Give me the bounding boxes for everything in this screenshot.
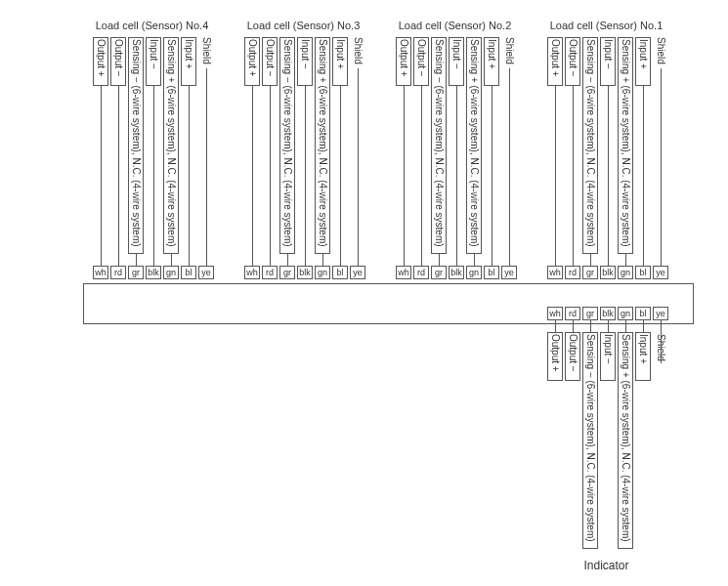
sensor-block-2: Output +wh Output −rd Sensing − (6-wire … [396,37,533,281]
color-output-minus: rd [110,266,126,279]
ind-color-sensing-plus: gn [618,307,633,320]
indicator-block: Output + Output − Sensing − (6-wire syst… [547,320,684,555]
lane-output-minus: Output − rd [110,37,126,262]
ind-color-sensing-minus: gr [582,307,598,320]
sensor-header-3: Load cell (Sensor) No.3 [228,20,379,31]
label-input-plus: Input + [182,39,195,69]
label-shield: Shield [199,37,213,64]
sensor-block-1: Output +wh Output −rd Sensing − (6-wire … [547,37,684,281]
label-input-minus: Input − [147,39,160,69]
lane-output-plus: Output + wh [93,37,108,262]
lane-sensing-plus: Sensing + (6-wire system), N.C. (4-wire … [163,37,179,262]
sensor-block-3: Output +wh Output −rd Sensing − (6-wire … [244,37,381,281]
wiring-diagram: Load cell (Sensor) No.4 Load cell (Senso… [0,0,728,586]
color-input-minus: blk [146,266,161,279]
lane-shield: Shield ye [198,37,214,149]
lane-input-plus: Input + bl [181,37,196,262]
color-shield: ye [198,266,214,279]
ind-color-input-plus: bl [635,307,651,320]
label-sensing-minus: Sensing − (6-wire system), N.C. (4-wire … [129,39,143,247]
sensor-header-4: Load cell (Sensor) No.4 [76,20,228,31]
color-input-plus: bl [181,266,196,279]
color-sensing-minus: gr [128,266,144,279]
lane-sensing-minus: Sensing − (6-wire system), N.C. (4-wire … [128,37,144,262]
ind-color-output-plus: wh [547,307,563,320]
label-output-minus: Output − [111,39,125,77]
color-sensing-plus: gn [163,266,179,279]
ind-color-shield: ye [653,307,668,320]
color-output-plus: wh [93,266,108,279]
label-output-plus: Output + [94,39,107,77]
sensor-block-4: Output + wh Output − rd Sensing − (6-wir… [93,37,230,281]
indicator-footer-label: Indicator [531,559,682,572]
sensor-header-1: Load cell (Sensor) No.1 [531,20,682,31]
label-sensing-plus: Sensing + (6-wire system), N.C. (4-wire … [164,39,178,247]
ind-color-input-minus: blk [600,307,616,320]
sensor-header-2: Load cell (Sensor) No.2 [379,20,531,31]
ind-color-output-minus: rd [565,307,580,320]
lane-input-minus: Input − blk [146,37,161,262]
